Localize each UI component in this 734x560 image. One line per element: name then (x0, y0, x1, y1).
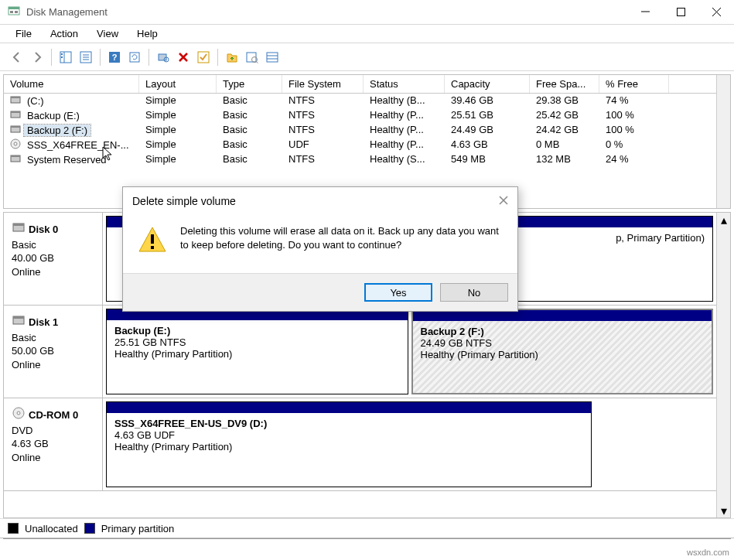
cell-type: Basic (217, 94, 282, 108)
folder-up-icon[interactable] (223, 48, 241, 67)
cell-fs: NTFS (282, 94, 364, 108)
close-button[interactable] (698, 0, 734, 25)
col-type[interactable]: Type (217, 75, 282, 93)
col-status[interactable]: Status (364, 75, 445, 93)
svg-line-21 (257, 61, 258, 63)
col-fs[interactable]: File System (282, 75, 364, 93)
cell-type: Basic (217, 108, 282, 123)
partition[interactable]: Backup (E:) 25.51 GB NTFS Healthy (Prima… (106, 309, 408, 394)
col-pct[interactable]: % Free (599, 75, 669, 93)
partition-status: Healthy (Primary Partition) (114, 441, 583, 452)
partition-bar (107, 402, 591, 413)
delete-icon[interactable] (174, 48, 193, 67)
cell-type: Basic (217, 138, 282, 152)
cell-fs: NTFS (282, 152, 364, 167)
toolbar: ? (0, 43, 734, 71)
volume-name: Backup 2 (F:) (24, 125, 90, 136)
cell-capacity: 25.51 GB (445, 108, 530, 123)
col-volume[interactable]: Volume (4, 75, 139, 93)
swatch-primary (84, 523, 95, 534)
cell-fs: UDF (282, 138, 364, 152)
volume-row[interactable]: Backup 2 (F:)SimpleBasicNTFSHealthy (P..… (4, 123, 716, 138)
disk-row: Disk 1 Basic 50.00 GB Online Backup (E:)… (4, 306, 716, 398)
cell-free: 25.42 GB (530, 108, 599, 123)
cell-fs: NTFS (282, 108, 364, 123)
volume-icon (10, 109, 21, 122)
partition[interactable]: Backup 2 (F:) 24.49 GB NTFS Healthy (Pri… (411, 309, 714, 394)
svg-rect-28 (11, 111, 20, 113)
menu-help[interactable]: Help (128, 26, 167, 41)
partition-status: Healthy (Primary Partition) (421, 349, 705, 360)
menu-view[interactable]: View (87, 26, 128, 41)
menu-action[interactable]: Action (41, 26, 87, 41)
disk-icon (12, 220, 26, 238)
no-button[interactable]: No (440, 283, 508, 302)
svg-rect-15 (130, 53, 139, 62)
volume-name: SSS_X64FREE_EN-... (24, 139, 132, 151)
cell-free: 29.38 GB (530, 94, 599, 108)
disk-kind: DVD (12, 424, 94, 438)
volume-list-header: Volume Layout Type File System Status Ca… (4, 75, 716, 94)
svg-rect-26 (11, 97, 20, 98)
scroll-up-icon[interactable]: ▴ (717, 213, 730, 227)
disk-kind: Basic (12, 331, 94, 345)
maximize-button[interactable] (663, 0, 698, 25)
back-button[interactable] (8, 48, 26, 67)
volume-icon (10, 138, 21, 152)
minimize-button[interactable] (627, 0, 663, 25)
show-hide-tree-icon[interactable] (56, 48, 75, 67)
forward-button[interactable] (28, 48, 46, 67)
disk-row: CD-ROM 0 DVD 4.63 GB Online SSS_X64FREE_… (4, 398, 716, 491)
disk-info[interactable]: Disk 1 Basic 50.00 GB Online (4, 306, 103, 398)
col-capacity[interactable]: Capacity (445, 75, 530, 93)
volume-icon (10, 124, 21, 137)
legend-unallocated: Unallocated (25, 523, 78, 534)
cell-pct: 100 % (599, 108, 669, 123)
cell-fs: NTFS (282, 123, 364, 138)
volume-row[interactable]: (C:)SimpleBasicNTFSHealthy (B...39.46 GB… (4, 94, 716, 108)
disk-scrollbar[interactable]: ▴ ▾ (716, 213, 730, 517)
refresh-icon[interactable] (125, 48, 144, 67)
svg-rect-36 (13, 224, 24, 226)
menubar: File Action View Help (0, 25, 734, 43)
svg-point-32 (14, 142, 17, 145)
rescan-icon[interactable] (154, 48, 172, 67)
disk-info[interactable]: CD-ROM 0 DVD 4.63 GB Online (4, 398, 103, 490)
cell-status: Healthy (P... (364, 108, 445, 123)
statusbar (3, 538, 731, 554)
list-icon[interactable] (263, 48, 282, 67)
check-icon[interactable] (194, 48, 213, 67)
col-free[interactable]: Free Spa... (530, 75, 599, 93)
volume-scrollbar[interactable] (716, 75, 730, 208)
volume-row[interactable]: Backup (E:)SimpleBasicNTFSHealthy (P...2… (4, 108, 716, 123)
cell-type: Basic (217, 152, 282, 167)
properties-icon[interactable] (77, 48, 95, 67)
delete-volume-dialog: Delete simple volume Deleting this volum… (122, 186, 518, 312)
volume-icon (10, 153, 21, 166)
cell-pct: 74 % (599, 94, 669, 108)
titlebar: Disk Management (0, 0, 734, 25)
svg-rect-4 (677, 9, 684, 16)
help-icon[interactable]: ? (105, 48, 124, 67)
search-details-icon[interactable] (243, 48, 261, 67)
col-layout[interactable]: Layout (139, 75, 217, 93)
dialog-close-icon[interactable] (499, 194, 508, 208)
yes-button[interactable]: Yes (364, 283, 432, 302)
menu-file[interactable]: File (6, 26, 41, 41)
partition-bar (413, 310, 712, 321)
legend-primary: Primary partition (101, 523, 175, 534)
swatch-unallocated (8, 523, 19, 534)
disk-info[interactable]: Disk 0 Basic 40.00 GB Online (4, 213, 103, 305)
cell-status: Healthy (P... (364, 138, 445, 152)
svg-rect-8 (61, 56, 63, 58)
disk-size: 50.00 GB (12, 344, 94, 358)
scroll-down-icon[interactable]: ▾ (717, 504, 730, 517)
svg-rect-22 (267, 53, 278, 62)
disk-graph: SSS_X64FREE_EN-US_DV9 (D:) 4.63 GB UDF H… (103, 398, 716, 490)
partition-status: Healthy (Primary Partition) (114, 348, 400, 360)
cell-capacity: 4.63 GB (445, 138, 530, 152)
partition[interactable]: SSS_X64FREE_EN-US_DV9 (D:) 4.63 GB UDF H… (106, 401, 592, 487)
disk-graph: Backup (E:) 25.51 GB NTFS Healthy (Prima… (103, 306, 716, 398)
volume-name: System Reserved (24, 154, 110, 166)
disk-size: 40.00 GB (12, 251, 94, 265)
